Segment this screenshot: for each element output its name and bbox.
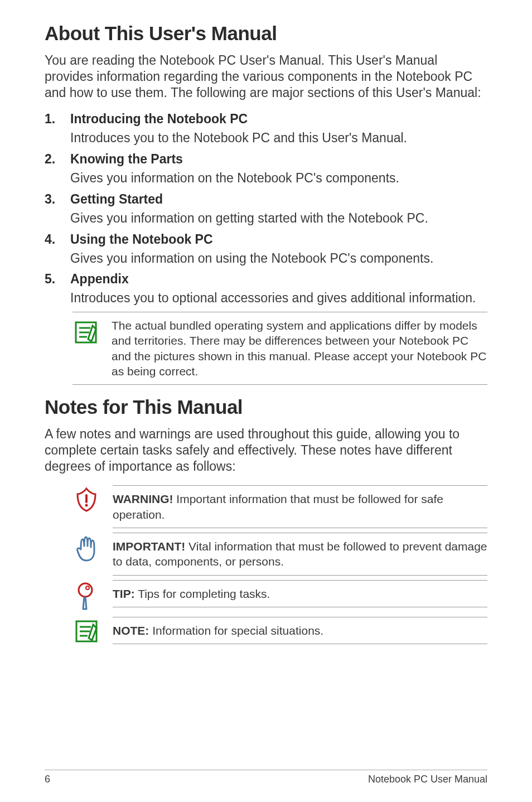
important-text: IMPORTANT! Vital information that must b… bbox=[113, 539, 487, 569]
tip-body: Tips for completing tasks. bbox=[135, 587, 270, 600]
section-num: 3. bbox=[45, 192, 56, 226]
note-label: NOTE: bbox=[113, 624, 149, 637]
section-title: Getting Started bbox=[70, 192, 487, 207]
section-num: 1. bbox=[45, 112, 56, 146]
notes-heading: Notes for This Manual bbox=[45, 396, 487, 418]
about-sections-list: 1. Introducing the Notebook PC Introduce… bbox=[45, 112, 487, 306]
section-num: 2. bbox=[45, 152, 56, 186]
section-item: 1. Introducing the Notebook PC Introduce… bbox=[45, 112, 487, 146]
section-desc: Gives you information on using the Noteb… bbox=[70, 250, 487, 267]
hand-icon bbox=[72, 533, 100, 563]
note-icon bbox=[72, 617, 100, 645]
section-item: 2. Knowing the Parts Gives you informati… bbox=[45, 152, 487, 186]
bundle-note-text: The actual bundled operating system and … bbox=[112, 318, 487, 379]
section-item: 3. Getting Started Gives you information… bbox=[45, 192, 487, 226]
bundle-note-row: The actual bundled operating system and … bbox=[72, 312, 487, 385]
note-icon bbox=[72, 318, 99, 346]
section-item: 5. Appendix Introduces you to optional a… bbox=[45, 272, 487, 306]
important-label: IMPORTANT! bbox=[113, 540, 185, 553]
section-desc: Introduces you to optional accessories a… bbox=[70, 290, 487, 306]
tip-label: TIP: bbox=[113, 587, 135, 600]
svg-point-2 bbox=[85, 504, 88, 507]
about-intro: You are reading the Notebook PC User's M… bbox=[45, 52, 487, 100]
section-title: Knowing the Parts bbox=[70, 152, 487, 167]
note-text: NOTE: Information for special situations… bbox=[113, 623, 487, 638]
section-desc: Introduces you to the Notebook PC and th… bbox=[70, 130, 487, 146]
section-item: 4. Using the Notebook PC Gives you infor… bbox=[45, 232, 487, 267]
page-footer: 6 Notebook PC User Manual bbox=[45, 770, 487, 785]
section-desc: Gives you information on the Notebook PC… bbox=[70, 170, 487, 186]
warning-icon bbox=[72, 485, 100, 513]
svg-point-3 bbox=[79, 583, 92, 597]
doc-title: Notebook PC User Manual bbox=[368, 774, 487, 785]
notes-intro: A few notes and warnings are used throug… bbox=[45, 426, 487, 474]
important-row: IMPORTANT! Vital information that must b… bbox=[72, 533, 487, 576]
section-title: Appendix bbox=[70, 272, 487, 287]
note-body: Information for special situations. bbox=[149, 624, 323, 637]
tip-row: TIP: Tips for completing tasks. bbox=[72, 580, 487, 612]
section-desc: Gives you information on getting started… bbox=[70, 210, 487, 226]
warning-row: WARNING! Important information that must… bbox=[72, 485, 487, 528]
note-row: NOTE: Information for special situations… bbox=[72, 617, 487, 645]
tip-text: TIP: Tips for completing tasks. bbox=[113, 586, 487, 601]
svg-point-4 bbox=[86, 586, 89, 590]
about-heading: About This User's Manual bbox=[45, 22, 487, 45]
section-title: Introducing the Notebook PC bbox=[70, 112, 487, 127]
section-num: 4. bbox=[45, 232, 56, 267]
warning-text: WARNING! Important information that must… bbox=[113, 491, 487, 522]
magnifier-icon bbox=[72, 580, 100, 612]
page-number: 6 bbox=[45, 774, 50, 785]
section-num: 5. bbox=[45, 272, 56, 306]
section-title: Using the Notebook PC bbox=[70, 232, 487, 247]
warning-label: WARNING! bbox=[113, 492, 173, 505]
